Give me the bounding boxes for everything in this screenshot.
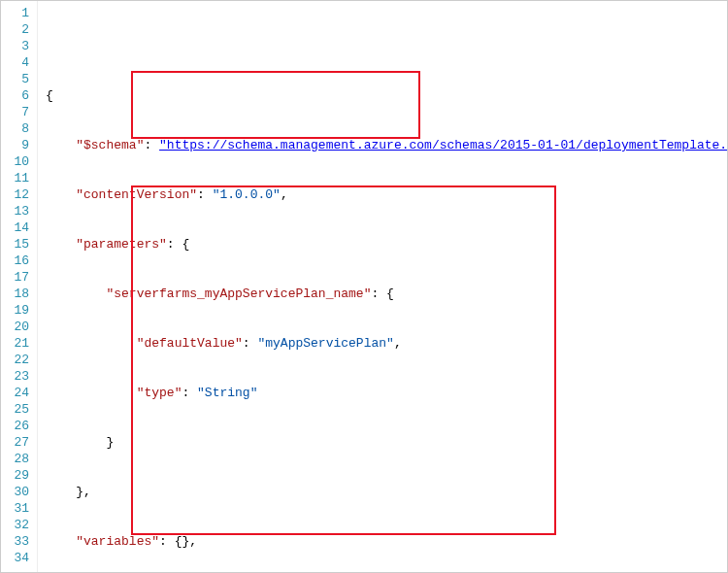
line-number: 1 xyxy=(1,5,29,21)
line-number: 17 xyxy=(1,269,29,286)
line-number: 32 xyxy=(1,517,29,533)
highlight-parameters-block xyxy=(131,71,420,139)
code-line: "variables": {}, xyxy=(46,533,727,550)
line-number: 24 xyxy=(1,385,29,401)
line-number: 7 xyxy=(1,104,29,120)
line-number: 30 xyxy=(1,484,29,500)
line-number: 28 xyxy=(1,451,29,467)
line-number: 8 xyxy=(1,120,29,137)
line-number: 2 xyxy=(1,21,29,38)
line-number: 6 xyxy=(1,87,29,104)
line-number: 9 xyxy=(1,137,29,153)
line-number: 19 xyxy=(1,302,29,319)
line-number: 21 xyxy=(1,335,29,352)
line-number: 34 xyxy=(1,550,29,566)
line-number: 29 xyxy=(1,467,29,484)
line-number: 11 xyxy=(1,170,29,186)
line-number: 13 xyxy=(1,203,29,219)
line-number: 23 xyxy=(1,368,29,385)
code-line: }, xyxy=(46,484,727,500)
code-line: { xyxy=(46,87,727,104)
code-line: "$schema": "https://schema.management.az… xyxy=(46,137,727,153)
line-number: 31 xyxy=(1,500,29,517)
line-number-gutter: 1234567891011121314151617181920212223242… xyxy=(1,1,38,572)
line-number: 10 xyxy=(1,153,29,170)
line-number: 26 xyxy=(1,418,29,434)
line-number: 33 xyxy=(1,533,29,550)
line-number: 25 xyxy=(1,401,29,418)
line-number: 12 xyxy=(1,186,29,203)
code-line: "defaultValue": "myAppServicePlan", xyxy=(46,335,727,352)
line-number: 14 xyxy=(1,219,29,236)
line-number: 22 xyxy=(1,352,29,368)
line-number: 27 xyxy=(1,434,29,451)
line-number: 20 xyxy=(1,319,29,335)
code-line: "serverfarms_myAppServicePlan_name": { xyxy=(46,286,727,302)
line-number: 4 xyxy=(1,54,29,71)
code-line: "type": "String" xyxy=(46,385,727,401)
code-area[interactable]: { "$schema": "https://schema.management.… xyxy=(38,1,727,572)
code-editor: 1234567891011121314151617181920212223242… xyxy=(0,0,728,573)
code-line: "parameters": { xyxy=(46,236,727,253)
line-number: 16 xyxy=(1,253,29,269)
line-number: 3 xyxy=(1,38,29,54)
code-line: } xyxy=(46,434,727,451)
code-line: "contentVersion": "1.0.0.0", xyxy=(46,186,727,203)
line-number: 5 xyxy=(1,71,29,87)
line-number: 18 xyxy=(1,286,29,302)
line-number: 15 xyxy=(1,236,29,253)
